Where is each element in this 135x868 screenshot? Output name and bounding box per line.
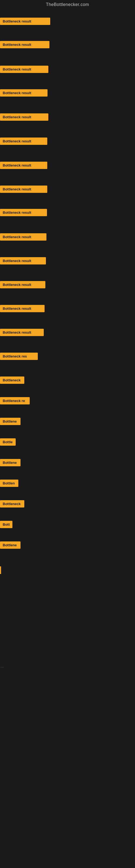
bottleneck-result-item[interactable]: Bottlene xyxy=(0,459,20,466)
bottleneck-result-item[interactable]: Bottleneck result xyxy=(0,186,47,193)
bottleneck-result-item[interactable]: Bottleneck result xyxy=(0,66,48,73)
bottleneck-result-item[interactable]: Bottleneck result xyxy=(0,209,47,216)
bottleneck-result-item[interactable]: Bottleneck result xyxy=(0,329,44,336)
bottleneck-result-item[interactable]: Bottleneck res xyxy=(0,352,38,360)
bottleneck-result-item[interactable]: Bottlene xyxy=(0,541,20,549)
bottleneck-result-item[interactable]: Bottleneck xyxy=(0,500,24,507)
bottleneck-result-item[interactable]: Bottle xyxy=(0,438,16,446)
bottleneck-result-item[interactable]: Bottleneck result xyxy=(0,281,45,288)
bottleneck-result-item[interactable]: Bottleneck result xyxy=(0,137,47,145)
bottleneck-result-item[interactable]: Bottleneck result xyxy=(0,162,47,169)
bottleneck-result-item[interactable]: Bottleneck re xyxy=(0,397,30,404)
bottleneck-result-item[interactable]: Bottleneck result xyxy=(0,41,49,48)
bottleneck-result-item[interactable]: Bottleneck result xyxy=(0,233,46,241)
bottleneck-result-item-tiny xyxy=(0,566,1,574)
bottleneck-result-item[interactable]: Bottleneck result xyxy=(0,18,50,25)
bottleneck-result-item[interactable]: Bottleneck result xyxy=(0,257,46,265)
ellipsis-indicator: ... xyxy=(1,664,4,669)
bottleneck-result-item[interactable]: Bottleneck xyxy=(0,376,24,384)
bottleneck-result-item[interactable]: Bottlene xyxy=(0,418,20,425)
site-title: TheBottlenecker.com xyxy=(0,0,135,10)
bottleneck-result-item[interactable]: Bottleneck result xyxy=(0,89,48,97)
bottleneck-result-item[interactable]: Bottleneck result xyxy=(0,305,45,312)
bottleneck-result-item[interactable]: Bott xyxy=(0,521,12,528)
bottleneck-result-item[interactable]: Bottleneck result xyxy=(0,113,48,121)
bottleneck-result-item[interactable]: Bottlen xyxy=(0,479,18,487)
